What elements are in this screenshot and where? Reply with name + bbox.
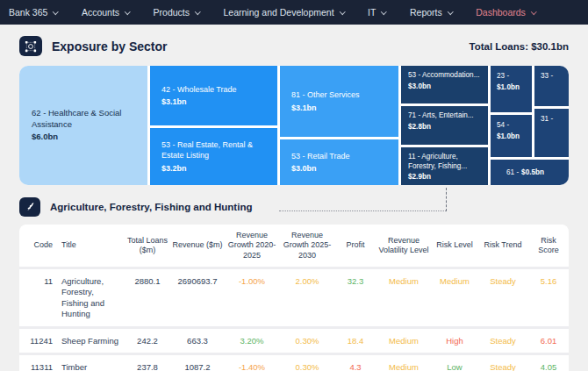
cell-profit: 32.3 bbox=[335, 268, 376, 327]
treemap-cell-label: 31 - bbox=[541, 115, 563, 125]
cell-risk-level: High bbox=[432, 327, 477, 354]
table-row-agriculture[interactable]: 11 Agriculture, Forestry, Fishing and Hu… bbox=[19, 268, 569, 327]
cell-risk-score: 5.16 bbox=[528, 268, 569, 327]
treemap-cell-value: $3.1bn bbox=[291, 103, 391, 113]
column-header-risk-level: Risk Level bbox=[432, 225, 477, 268]
nav-item-label: IT bbox=[368, 7, 376, 18]
nav-item-label: Reports bbox=[410, 7, 442, 18]
nav-item-bank-365[interactable]: Bank 365 bbox=[9, 7, 58, 18]
cell-code: 11 bbox=[19, 268, 60, 327]
cell-revenue-growth-2025-2030: 0.30% bbox=[279, 327, 335, 354]
table-header-row: Code Title Total Loans ($m) Revenue ($m)… bbox=[19, 225, 569, 268]
treemap-cell-label: 54 - bbox=[497, 121, 526, 131]
cell-total-loans: 2880.1 bbox=[125, 268, 170, 327]
cell-revenue: 1087.2 bbox=[170, 354, 225, 371]
cell-risk-trend: Steady bbox=[477, 268, 528, 327]
nav-item-accounts[interactable]: Accounts bbox=[82, 7, 130, 18]
treemap-cell-value: $0.5bn bbox=[521, 168, 544, 176]
sector-risk-table-card: Code Title Total Loans ($m) Revenue ($m)… bbox=[19, 225, 569, 371]
column-header-revenue-volatility-level: Revenue Volatility Level bbox=[376, 225, 432, 268]
top-navbar: Bank 365 Accounts Products Learning and … bbox=[0, 0, 588, 25]
sector-risk-table: Code Title Total Loans ($m) Revenue ($m)… bbox=[19, 225, 569, 371]
sector-detail-header: Agriculture, Forestry, Fishing and Hunti… bbox=[19, 196, 569, 217]
treemap-cell-label: 42 - Wholesale Trade bbox=[161, 84, 270, 95]
treemap-cell-label: 53 - Accommodation... bbox=[408, 71, 481, 81]
treemap-cell-54[interactable]: 54 - $1.0bn bbox=[491, 115, 532, 157]
treemap-cell-label: 53 - Real Estate, Rental & Estate Listin… bbox=[161, 139, 270, 161]
exposure-treemap-chart: 62 - Healthcare & Social Assistance $6.0… bbox=[19, 66, 569, 185]
treemap-cell-31[interactable]: 31 - bbox=[534, 109, 569, 157]
cell-risk-level: Medium bbox=[432, 268, 477, 327]
treemap-cell-33[interactable]: 33 - bbox=[534, 66, 569, 106]
chevron-down-icon bbox=[195, 9, 200, 14]
cell-revenue: 2690693.7 bbox=[170, 268, 225, 327]
treemap-cell-value: $3.0bn bbox=[408, 82, 481, 92]
cell-code: 11311 bbox=[19, 354, 60, 371]
cell-revenue-growth-2025-2030: 0.30% bbox=[279, 354, 335, 371]
nav-item-it[interactable]: IT bbox=[368, 7, 386, 18]
cell-revenue-volatility-level: Medium bbox=[376, 354, 432, 371]
page-header: Exposure by Sector Total Loans: $30.1bn bbox=[19, 36, 569, 56]
cell-revenue-volatility-level: Medium bbox=[376, 327, 432, 354]
treemap-cell-real-estate[interactable]: 53 - Real Estate, Rental & Estate Listin… bbox=[150, 128, 277, 185]
treemap-cell-label: 23 - bbox=[497, 72, 526, 82]
nav-item-label: Products bbox=[154, 7, 190, 18]
cell-revenue-growth-2020-2025: -1.40% bbox=[225, 354, 279, 371]
column-header-revenue-growth-2020-2025: Revenue Growth 2020-2025 bbox=[225, 225, 279, 268]
nav-item-reports[interactable]: Reports bbox=[410, 7, 452, 18]
connector-line-vertical bbox=[446, 188, 447, 211]
nav-item-products[interactable]: Products bbox=[154, 7, 200, 18]
treemap-cell-label: 11 - Agriculture, Forestry, Fishing... bbox=[408, 153, 481, 171]
treemap-cell-value: $1.0bn bbox=[497, 83, 526, 93]
cell-risk-score: 6.01 bbox=[528, 327, 569, 354]
treemap-cell-arts-entertainment[interactable]: 71 - Arts, Entertain... $2.8bn bbox=[401, 106, 488, 145]
nav-item-label: Bank 365 bbox=[9, 7, 47, 18]
cell-revenue: 663.3 bbox=[170, 327, 225, 354]
column-header-code: Code bbox=[19, 225, 60, 268]
wheat-icon bbox=[19, 197, 40, 217]
chevron-down-icon bbox=[125, 9, 130, 14]
cell-total-loans: 237.8 bbox=[125, 354, 170, 371]
cell-risk-trend: Steady bbox=[477, 327, 528, 354]
treemap-cell-accommodation[interactable]: 53 - Accommodation... $3.0bn bbox=[401, 66, 488, 103]
table-row-timber[interactable]: 11311 Timber 237.8 1087.2 -1.40% 0.30% 4… bbox=[19, 354, 569, 371]
table-row-sheep-farming[interactable]: 11241 Sheep Farming 242.2 663.3 3.20% 0.… bbox=[19, 327, 569, 354]
cell-revenue-volatility-level: Medium bbox=[376, 268, 432, 327]
column-header-revenue-growth-2025-2030: Revenue Growth 2025-2030 bbox=[279, 225, 335, 268]
column-header-risk-score: Risk Score bbox=[528, 225, 569, 268]
treemap-cell-value: $6.0bn bbox=[32, 132, 139, 143]
connector-line-horizontal bbox=[279, 210, 446, 211]
treemap-cell-other-services[interactable]: 81 - Other Services $3.1bn bbox=[280, 66, 398, 137]
column-header-title: Title bbox=[60, 225, 125, 268]
column-header-profit: Profit bbox=[335, 225, 376, 268]
treemap-cell-label: 61 - bbox=[506, 168, 519, 176]
cell-total-loans: 242.2 bbox=[125, 327, 170, 354]
chevron-down-icon bbox=[340, 9, 345, 14]
nav-item-learning-and-development[interactable]: Learning and Development bbox=[224, 7, 345, 18]
treemap-cell-healthcare[interactable]: 62 - Healthcare & Social Assistance $6.0… bbox=[19, 66, 147, 185]
treemap-cell-wholesale-trade[interactable]: 42 - Wholesale Trade $3.1bn bbox=[150, 66, 277, 125]
treemap-cell-value: $3.1bn bbox=[161, 96, 270, 107]
nav-item-label: Dashboards bbox=[476, 7, 526, 18]
treemap-cell-label: 81 - Other Services bbox=[291, 89, 391, 100]
treemap-cell-retail-trade[interactable]: 53 - Retail Trade $3.0bn bbox=[280, 139, 398, 185]
chevron-down-icon bbox=[448, 9, 453, 14]
cell-revenue-growth-2020-2025: -1.00% bbox=[225, 268, 279, 327]
treemap-cell-label: 33 - bbox=[541, 72, 563, 82]
treemap-cell-61[interactable]: 61 - $0.5bn bbox=[491, 160, 569, 185]
cell-revenue-growth-2025-2030: 2.00% bbox=[279, 268, 335, 327]
treemap-cell-value: $2.8bn bbox=[408, 123, 481, 132]
cell-title: Timber bbox=[60, 354, 125, 371]
chevron-down-icon bbox=[382, 9, 387, 14]
column-header-total-loans: Total Loans ($m) bbox=[125, 225, 170, 268]
treemap-cell-23[interactable]: 23 - $1.0bn bbox=[491, 66, 532, 112]
treemap-cell-agriculture[interactable]: 11 - Agriculture, Forestry, Fishing... $… bbox=[401, 147, 488, 185]
cell-profit: 18.4 bbox=[335, 327, 376, 354]
treemap-cell-value: $1.0bn bbox=[497, 132, 526, 142]
sector-detail-title: Agriculture, Forestry, Fishing and Hunti… bbox=[50, 202, 252, 212]
chevron-down-icon bbox=[53, 9, 58, 14]
nav-item-dashboards[interactable]: Dashboards bbox=[476, 7, 535, 18]
treemap-cell-label: 71 - Arts, Entertain... bbox=[408, 111, 481, 121]
cell-risk-trend: Steady bbox=[477, 354, 528, 371]
treemap-cell-label: 53 - Retail Trade bbox=[291, 151, 391, 161]
